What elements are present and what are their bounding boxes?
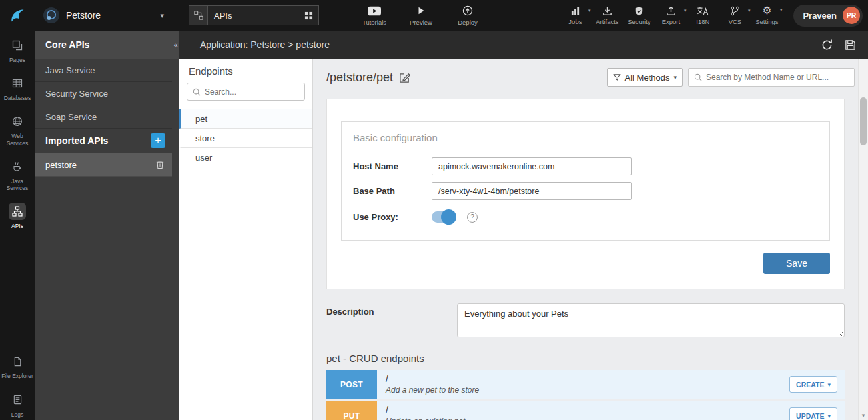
preview-button[interactable]: Preview bbox=[407, 5, 435, 26]
chevron-down-icon: ▾ bbox=[684, 8, 687, 13]
create-action-button[interactable]: CREATE ▾ bbox=[789, 376, 837, 393]
sidebar-item-file-explorer[interactable]: File Explorer bbox=[0, 347, 35, 385]
nav-dropdown-label: APIs bbox=[208, 11, 298, 21]
panel-item-java-service[interactable]: Java Service bbox=[35, 59, 172, 82]
chevron-left-double-icon: « bbox=[173, 41, 177, 49]
endpoints-list: pet store user bbox=[179, 109, 312, 167]
sidebar-item-logs[interactable]: Logs bbox=[0, 385, 35, 420]
methods-filter-value: All Methods bbox=[625, 73, 670, 83]
refresh-icon[interactable] bbox=[821, 39, 833, 51]
chevron-down-icon: ▾ bbox=[588, 8, 591, 13]
user-avatar: PR bbox=[843, 7, 860, 24]
branch-icon bbox=[730, 6, 740, 16]
left-sidebar: Pages Databases Web Services Java Servic… bbox=[0, 31, 35, 420]
sidebar-item-databases[interactable]: Databases bbox=[0, 69, 35, 107]
sidebar-spacer bbox=[0, 235, 35, 347]
toggle-knob bbox=[441, 209, 456, 225]
endpoint-item-store[interactable]: store bbox=[179, 129, 312, 148]
edit-icon[interactable] bbox=[399, 72, 410, 83]
bar-chart-icon bbox=[570, 6, 580, 16]
use-proxy-toggle[interactable] bbox=[432, 211, 456, 223]
file-icon bbox=[9, 353, 26, 370]
chevron-down-icon: ▾ bbox=[160, 11, 164, 20]
panel-item-security-service[interactable]: Security Service bbox=[35, 82, 172, 105]
gear-icon: ⚙ bbox=[762, 5, 771, 16]
apis-icon bbox=[9, 203, 26, 220]
use-proxy-label: Use Proxy: bbox=[353, 212, 432, 222]
sidebar-item-web-services[interactable]: Web Services bbox=[0, 107, 35, 151]
endpoint-item-pet[interactable]: pet bbox=[179, 109, 312, 129]
delete-api-icon[interactable] bbox=[156, 160, 164, 169]
endpoint-row-put[interactable]: PUT / Update an existing pet UPDATE ▾ bbox=[326, 401, 845, 420]
scrollbar-thumb[interactable] bbox=[860, 97, 867, 145]
logs-icon bbox=[9, 391, 26, 409]
sidebar-item-java-services[interactable]: Java Services bbox=[0, 152, 35, 197]
deploy-button[interactable]: Deploy bbox=[454, 5, 482, 26]
collapse-panel-button[interactable]: « bbox=[172, 31, 179, 59]
jobs-button[interactable]: ▾ Jobs bbox=[562, 6, 588, 25]
i18n-button[interactable]: I18N bbox=[689, 6, 716, 25]
chevron-down-icon: ▾ bbox=[827, 413, 831, 419]
chevron-down-icon: ▾ bbox=[673, 74, 677, 81]
chevron-down-icon: ▾ bbox=[827, 381, 831, 388]
add-imported-api-button[interactable]: + bbox=[151, 133, 165, 148]
scroll-down-arrow-icon[interactable]: ▾ bbox=[859, 412, 868, 419]
methods-filter-select[interactable]: All Methods ▾ bbox=[607, 68, 683, 87]
update-action-button[interactable]: UPDATE ▾ bbox=[789, 407, 837, 420]
endpoint-description: Update an existing pet bbox=[386, 417, 781, 420]
project-name: Petstore bbox=[66, 10, 154, 21]
endpoints-title: Endpoints bbox=[179, 59, 312, 83]
save-button[interactable]: Save bbox=[763, 253, 830, 274]
youtube-icon bbox=[368, 5, 381, 17]
vertical-scrollbar[interactable]: ▾ bbox=[858, 59, 868, 420]
nav-dropdown-apis[interactable]: APIs bbox=[189, 5, 319, 25]
apis-node-icon bbox=[189, 6, 208, 25]
basic-config-title: Basic configuration bbox=[353, 132, 818, 143]
java-icon bbox=[9, 158, 26, 175]
config-card: Basic configuration Host Name Base Path … bbox=[326, 99, 845, 289]
crud-section-title: pet - CRUD endpoints bbox=[326, 353, 845, 364]
method-badge-post: POST bbox=[326, 370, 377, 399]
description-row: Description Everything about your Pets bbox=[326, 303, 845, 337]
method-badge-put: PUT bbox=[326, 401, 377, 420]
panel-item-petstore[interactable]: petstore bbox=[35, 153, 172, 177]
description-label: Description bbox=[326, 303, 457, 317]
endpoint-row-post[interactable]: POST / Add a new pet to the store CREATE… bbox=[326, 370, 845, 399]
base-path-input[interactable] bbox=[432, 182, 632, 200]
export-button[interactable]: ▾ Export bbox=[657, 6, 684, 25]
endpoints-search-input[interactable] bbox=[205, 87, 299, 97]
panel-item-soap-service[interactable]: Soap Service bbox=[35, 105, 172, 129]
wavemaker-logo-icon bbox=[9, 7, 27, 25]
user-menu[interactable]: Praveen PR bbox=[793, 5, 863, 27]
app-logo[interactable] bbox=[0, 0, 35, 31]
globe-icon bbox=[9, 113, 26, 130]
database-icon bbox=[9, 75, 26, 92]
use-proxy-row: Use Proxy: ? bbox=[353, 211, 818, 223]
download-icon bbox=[602, 6, 612, 16]
host-name-label: Host Name bbox=[353, 161, 432, 171]
plus-icon: + bbox=[155, 135, 161, 146]
page-title: /petstore/pet bbox=[326, 71, 393, 85]
sidebar-item-apis[interactable]: APIs bbox=[0, 197, 35, 235]
language-icon bbox=[697, 6, 709, 16]
tutorials-button[interactable]: Tutorials bbox=[360, 5, 388, 26]
project-selector[interactable]: Petstore ▾ bbox=[35, 0, 172, 31]
method-search-input[interactable] bbox=[706, 73, 849, 82]
settings-button[interactable]: ⚙ ▾ Settings bbox=[753, 5, 780, 25]
security-button[interactable]: Security bbox=[626, 6, 652, 25]
play-icon bbox=[416, 5, 426, 17]
imported-apis-header: Imported APIs + bbox=[35, 129, 172, 153]
help-icon[interactable]: ? bbox=[467, 212, 478, 223]
save-project-icon[interactable] bbox=[845, 39, 856, 51]
host-name-row: Host Name bbox=[353, 157, 818, 175]
breadcrumb: Application: Petstore > petstore bbox=[179, 39, 821, 50]
artifacts-button[interactable]: Artifacts bbox=[594, 6, 620, 25]
description-textarea[interactable]: Everything about your Pets bbox=[457, 303, 845, 337]
shield-icon bbox=[634, 6, 644, 16]
sidebar-item-pages[interactable]: Pages bbox=[0, 31, 35, 69]
endpoint-item-user[interactable]: user bbox=[179, 148, 312, 167]
vcs-button[interactable]: ▾ VCS bbox=[721, 6, 748, 25]
host-name-input[interactable] bbox=[432, 157, 632, 175]
base-path-row: Base Path bbox=[353, 182, 818, 200]
page-title-row: /petstore/pet bbox=[326, 71, 410, 85]
